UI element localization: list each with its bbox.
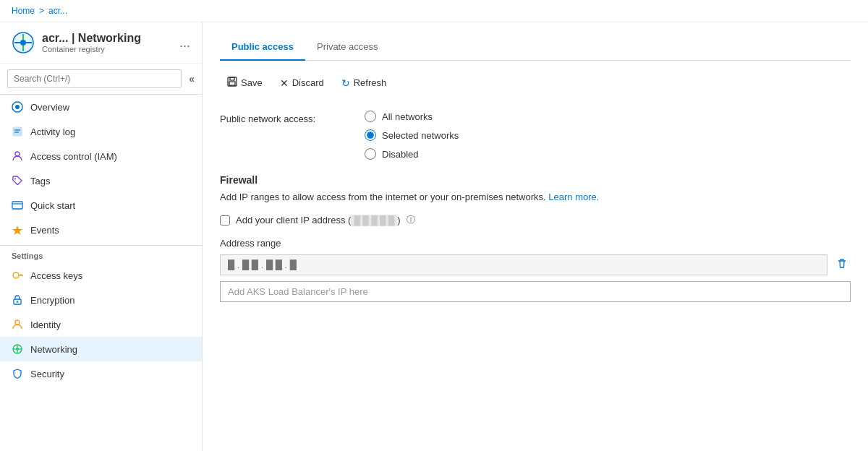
refresh-icon: ↻: [341, 77, 350, 89]
svg-rect-30: [230, 77, 234, 80]
radio-selected-networks-input[interactable]: [365, 129, 376, 141]
sidebar-item-tags-label: Tags: [30, 176, 50, 186]
sidebar-item-networking[interactable]: Networking: [0, 337, 202, 361]
tags-icon: [12, 175, 23, 186]
svg-point-22: [15, 320, 20, 325]
overview-icon: [12, 101, 23, 113]
toolbar: Save ✕ Discard ↻ Refresh: [220, 72, 851, 93]
radio-disabled-input[interactable]: [365, 148, 376, 160]
sidebar-item-iam[interactable]: Access control (IAM): [0, 144, 202, 168]
discard-label: Discard: [292, 77, 324, 88]
sidebar-item-quickstart-label: Quick start: [30, 200, 75, 211]
svg-point-7: [15, 105, 20, 109]
settings-header: Settings: [0, 245, 202, 263]
tab-bar: Public access Private access: [220, 34, 851, 61]
public-network-label: Public network access:: [220, 111, 365, 124]
save-button[interactable]: Save: [220, 72, 270, 93]
breadcrumb-resource: acr...: [48, 6, 67, 16]
nav-section: Overview Activity log: [0, 95, 202, 451]
breadcrumb: Home > acr...: [0, 0, 868, 22]
sidebar-item-identity-label: Identity: [30, 319, 61, 330]
svg-point-21: [17, 301, 18, 302]
access-keys-icon: [12, 270, 23, 281]
svg-marker-15: [12, 226, 22, 235]
sidebar: acr... | Networking Container registry .…: [0, 22, 203, 451]
sidebar-item-security-label: Security: [30, 369, 64, 379]
radio-selected-networks-label: Selected networks: [382, 130, 459, 141]
save-label: Save: [241, 77, 263, 88]
search-container: «: [0, 64, 202, 95]
svg-rect-8: [13, 127, 22, 136]
sidebar-item-events[interactable]: Events: [0, 218, 202, 242]
resource-header: acr... | Networking Container registry .…: [0, 22, 202, 64]
sidebar-item-tags[interactable]: Tags: [0, 168, 202, 193]
network-options: All networks Selected networks Disabled: [365, 111, 459, 160]
events-icon: [12, 224, 23, 236]
resource-subtitle: Container registry: [42, 45, 141, 53]
iam-icon: [12, 150, 23, 162]
resource-icon: [12, 31, 35, 54]
sidebar-item-access-keys-label: Access keys: [30, 270, 82, 281]
security-icon: [12, 368, 23, 379]
firewall-section: Firewall Add IP ranges to allow access f…: [220, 174, 851, 302]
search-input[interactable]: [7, 69, 182, 88]
resource-name: acr... | Networking: [42, 32, 141, 45]
sidebar-item-access-keys[interactable]: Access keys: [0, 263, 202, 288]
address-range-input[interactable]: [220, 254, 827, 275]
firewall-title: Firewall: [220, 174, 851, 186]
radio-disabled[interactable]: Disabled: [365, 148, 459, 160]
client-ip-checkbox[interactable]: [220, 215, 230, 226]
identity-icon: [12, 319, 23, 330]
collapse-button[interactable]: «: [189, 73, 195, 85]
networking-icon: [12, 343, 23, 355]
radio-selected-networks[interactable]: Selected networks: [365, 129, 459, 141]
svg-rect-13: [12, 202, 22, 209]
refresh-label: Refresh: [354, 77, 387, 88]
svg-point-16: [13, 272, 19, 278]
client-ip-label: Add your client IP address (█ █ █ █ █): [236, 215, 401, 226]
quickstart-icon: [12, 199, 23, 211]
refresh-button[interactable]: ↻ Refresh: [334, 73, 394, 93]
client-ip-value: █ █ █ █ █: [351, 215, 397, 226]
add-lb-ip-input[interactable]: [220, 281, 851, 302]
svg-point-12: [14, 179, 16, 180]
firewall-description: Add IP ranges to allow access from the i…: [220, 192, 851, 202]
address-range-label: Address range: [220, 238, 851, 249]
radio-all-networks-input[interactable]: [365, 111, 376, 122]
breadcrumb-home[interactable]: Home: [12, 6, 35, 16]
radio-disabled-label: Disabled: [382, 149, 419, 160]
info-icon[interactable]: ⓘ: [407, 214, 415, 226]
svg-point-1: [20, 40, 26, 46]
radio-all-networks-label: All networks: [382, 111, 433, 122]
delete-address-button[interactable]: [833, 255, 851, 275]
sidebar-item-networking-label: Networking: [30, 344, 77, 355]
discard-icon: ✕: [280, 77, 289, 89]
public-network-access-row: Public network access: All networks Sele…: [220, 111, 851, 160]
sidebar-item-encryption[interactable]: Encryption: [0, 288, 202, 312]
svg-point-11: [15, 152, 20, 156]
learn-more-link[interactable]: Learn more.: [548, 192, 599, 202]
svg-rect-31: [229, 82, 235, 85]
sidebar-item-quickstart[interactable]: Quick start: [0, 193, 202, 218]
svg-point-24: [16, 348, 19, 351]
sidebar-item-activity-log-label: Activity log: [30, 126, 75, 137]
sidebar-item-iam-label: Access control (IAM): [30, 151, 117, 162]
sidebar-item-events-label: Events: [30, 225, 59, 236]
sidebar-item-overview-label: Overview: [30, 102, 69, 113]
sidebar-item-identity[interactable]: Identity: [0, 312, 202, 337]
address-range-row: [220, 254, 851, 275]
sidebar-item-encryption-label: Encryption: [30, 295, 75, 306]
content-area: Public access Private access Save: [203, 22, 868, 451]
resource-menu-button[interactable]: ...: [179, 35, 190, 51]
save-icon: [227, 77, 237, 89]
tab-public-access[interactable]: Public access: [220, 34, 305, 61]
radio-all-networks[interactable]: All networks: [365, 111, 459, 122]
client-ip-row: Add your client IP address (█ █ █ █ █) ⓘ: [220, 214, 851, 226]
sidebar-item-security[interactable]: Security: [0, 361, 202, 386]
sidebar-item-activity-log[interactable]: Activity log: [0, 119, 202, 144]
tab-private-access[interactable]: Private access: [305, 34, 390, 61]
activity-log-icon: [12, 126, 23, 137]
sidebar-item-overview[interactable]: Overview: [0, 95, 202, 119]
discard-button[interactable]: ✕ Discard: [273, 73, 331, 93]
breadcrumb-sep: >: [39, 6, 44, 16]
